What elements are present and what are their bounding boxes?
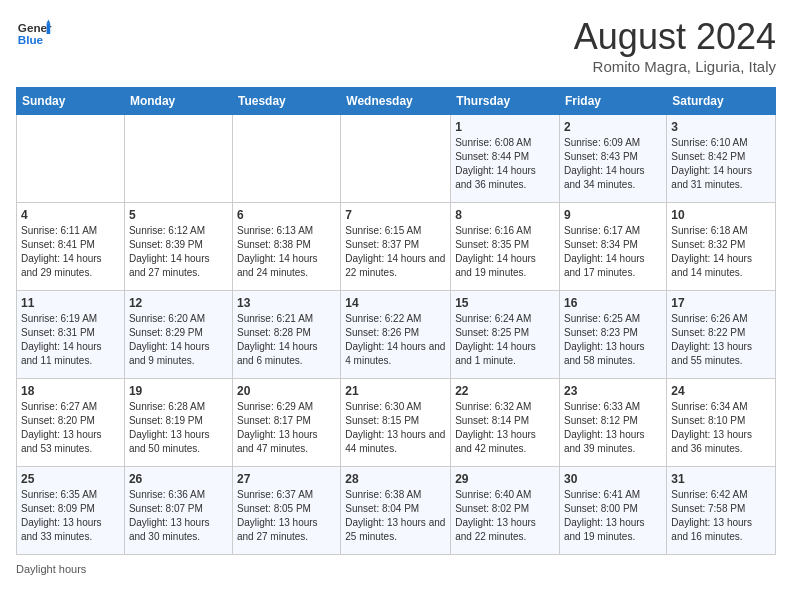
cell-text: Sunrise: 6:08 AM Sunset: 8:44 PM Dayligh… xyxy=(455,136,555,192)
day-number: 30 xyxy=(564,472,662,486)
day-number: 1 xyxy=(455,120,555,134)
cell-text: Sunrise: 6:15 AM Sunset: 8:37 PM Dayligh… xyxy=(345,224,446,280)
calendar-week-row: 25Sunrise: 6:35 AM Sunset: 8:09 PM Dayli… xyxy=(17,467,776,555)
day-number: 13 xyxy=(237,296,336,310)
cell-text: Sunrise: 6:42 AM Sunset: 7:58 PM Dayligh… xyxy=(671,488,771,544)
calendar-cell xyxy=(341,115,451,203)
day-number: 12 xyxy=(129,296,228,310)
cell-text: Sunrise: 6:27 AM Sunset: 8:20 PM Dayligh… xyxy=(21,400,120,456)
cell-text: Sunrise: 6:35 AM Sunset: 8:09 PM Dayligh… xyxy=(21,488,120,544)
calendar-week-row: 4Sunrise: 6:11 AM Sunset: 8:41 PM Daylig… xyxy=(17,203,776,291)
cell-text: Sunrise: 6:18 AM Sunset: 8:32 PM Dayligh… xyxy=(671,224,771,280)
cell-text: Sunrise: 6:38 AM Sunset: 8:04 PM Dayligh… xyxy=(345,488,446,544)
page-header: General Blue August 2024 Romito Magra, L… xyxy=(16,16,776,75)
day-number: 23 xyxy=(564,384,662,398)
column-header-friday: Friday xyxy=(560,88,667,115)
cell-text: Sunrise: 6:21 AM Sunset: 8:28 PM Dayligh… xyxy=(237,312,336,368)
calendar-cell: 19Sunrise: 6:28 AM Sunset: 8:19 PM Dayli… xyxy=(124,379,232,467)
cell-text: Sunrise: 6:28 AM Sunset: 8:19 PM Dayligh… xyxy=(129,400,228,456)
cell-text: Sunrise: 6:33 AM Sunset: 8:12 PM Dayligh… xyxy=(564,400,662,456)
cell-text: Sunrise: 6:24 AM Sunset: 8:25 PM Dayligh… xyxy=(455,312,555,368)
cell-text: Sunrise: 6:26 AM Sunset: 8:22 PM Dayligh… xyxy=(671,312,771,368)
day-number: 22 xyxy=(455,384,555,398)
column-header-tuesday: Tuesday xyxy=(232,88,340,115)
calendar-cell: 21Sunrise: 6:30 AM Sunset: 8:15 PM Dayli… xyxy=(341,379,451,467)
calendar-cell: 10Sunrise: 6:18 AM Sunset: 8:32 PM Dayli… xyxy=(667,203,776,291)
calendar-cell: 7Sunrise: 6:15 AM Sunset: 8:37 PM Daylig… xyxy=(341,203,451,291)
day-number: 11 xyxy=(21,296,120,310)
column-header-thursday: Thursday xyxy=(451,88,560,115)
column-header-monday: Monday xyxy=(124,88,232,115)
calendar-cell: 26Sunrise: 6:36 AM Sunset: 8:07 PM Dayli… xyxy=(124,467,232,555)
cell-text: Sunrise: 6:11 AM Sunset: 8:41 PM Dayligh… xyxy=(21,224,120,280)
calendar-header-row: SundayMondayTuesdayWednesdayThursdayFrid… xyxy=(17,88,776,115)
day-number: 3 xyxy=(671,120,771,134)
day-number: 9 xyxy=(564,208,662,222)
location: Romito Magra, Liguria, Italy xyxy=(574,58,776,75)
day-number: 24 xyxy=(671,384,771,398)
calendar-cell: 14Sunrise: 6:22 AM Sunset: 8:26 PM Dayli… xyxy=(341,291,451,379)
day-number: 17 xyxy=(671,296,771,310)
day-number: 31 xyxy=(671,472,771,486)
cell-text: Sunrise: 6:36 AM Sunset: 8:07 PM Dayligh… xyxy=(129,488,228,544)
calendar-cell: 18Sunrise: 6:27 AM Sunset: 8:20 PM Dayli… xyxy=(17,379,125,467)
calendar-cell: 30Sunrise: 6:41 AM Sunset: 8:00 PM Dayli… xyxy=(560,467,667,555)
cell-text: Sunrise: 6:41 AM Sunset: 8:00 PM Dayligh… xyxy=(564,488,662,544)
cell-text: Sunrise: 6:30 AM Sunset: 8:15 PM Dayligh… xyxy=(345,400,446,456)
calendar-cell: 4Sunrise: 6:11 AM Sunset: 8:41 PM Daylig… xyxy=(17,203,125,291)
day-number: 16 xyxy=(564,296,662,310)
day-number: 10 xyxy=(671,208,771,222)
day-number: 4 xyxy=(21,208,120,222)
cell-text: Sunrise: 6:09 AM Sunset: 8:43 PM Dayligh… xyxy=(564,136,662,192)
calendar-cell xyxy=(124,115,232,203)
cell-text: Sunrise: 6:32 AM Sunset: 8:14 PM Dayligh… xyxy=(455,400,555,456)
day-number: 5 xyxy=(129,208,228,222)
cell-text: Sunrise: 6:20 AM Sunset: 8:29 PM Dayligh… xyxy=(129,312,228,368)
calendar-cell: 29Sunrise: 6:40 AM Sunset: 8:02 PM Dayli… xyxy=(451,467,560,555)
day-number: 15 xyxy=(455,296,555,310)
calendar-cell xyxy=(17,115,125,203)
day-number: 25 xyxy=(21,472,120,486)
calendar-cell: 1Sunrise: 6:08 AM Sunset: 8:44 PM Daylig… xyxy=(451,115,560,203)
cell-text: Sunrise: 6:22 AM Sunset: 8:26 PM Dayligh… xyxy=(345,312,446,368)
day-number: 21 xyxy=(345,384,446,398)
day-number: 28 xyxy=(345,472,446,486)
calendar-table: SundayMondayTuesdayWednesdayThursdayFrid… xyxy=(16,87,776,555)
column-header-saturday: Saturday xyxy=(667,88,776,115)
cell-text: Sunrise: 6:37 AM Sunset: 8:05 PM Dayligh… xyxy=(237,488,336,544)
day-number: 26 xyxy=(129,472,228,486)
calendar-cell: 28Sunrise: 6:38 AM Sunset: 8:04 PM Dayli… xyxy=(341,467,451,555)
day-number: 29 xyxy=(455,472,555,486)
calendar-week-row: 1Sunrise: 6:08 AM Sunset: 8:44 PM Daylig… xyxy=(17,115,776,203)
svg-marker-2 xyxy=(47,23,51,34)
column-header-sunday: Sunday xyxy=(17,88,125,115)
calendar-cell: 12Sunrise: 6:20 AM Sunset: 8:29 PM Dayli… xyxy=(124,291,232,379)
cell-text: Sunrise: 6:17 AM Sunset: 8:34 PM Dayligh… xyxy=(564,224,662,280)
calendar-cell: 8Sunrise: 6:16 AM Sunset: 8:35 PM Daylig… xyxy=(451,203,560,291)
footer: Daylight hours xyxy=(16,563,776,575)
calendar-cell: 5Sunrise: 6:12 AM Sunset: 8:39 PM Daylig… xyxy=(124,203,232,291)
cell-text: Sunrise: 6:34 AM Sunset: 8:10 PM Dayligh… xyxy=(671,400,771,456)
calendar-cell: 9Sunrise: 6:17 AM Sunset: 8:34 PM Daylig… xyxy=(560,203,667,291)
calendar-cell: 25Sunrise: 6:35 AM Sunset: 8:09 PM Dayli… xyxy=(17,467,125,555)
title-block: August 2024 Romito Magra, Liguria, Italy xyxy=(574,16,776,75)
calendar-cell xyxy=(232,115,340,203)
cell-text: Sunrise: 6:40 AM Sunset: 8:02 PM Dayligh… xyxy=(455,488,555,544)
cell-text: Sunrise: 6:12 AM Sunset: 8:39 PM Dayligh… xyxy=(129,224,228,280)
cell-text: Sunrise: 6:10 AM Sunset: 8:42 PM Dayligh… xyxy=(671,136,771,192)
cell-text: Sunrise: 6:25 AM Sunset: 8:23 PM Dayligh… xyxy=(564,312,662,368)
calendar-cell: 6Sunrise: 6:13 AM Sunset: 8:38 PM Daylig… xyxy=(232,203,340,291)
calendar-cell: 13Sunrise: 6:21 AM Sunset: 8:28 PM Dayli… xyxy=(232,291,340,379)
calendar-cell: 22Sunrise: 6:32 AM Sunset: 8:14 PM Dayli… xyxy=(451,379,560,467)
day-number: 19 xyxy=(129,384,228,398)
cell-text: Sunrise: 6:13 AM Sunset: 8:38 PM Dayligh… xyxy=(237,224,336,280)
day-number: 2 xyxy=(564,120,662,134)
svg-text:Blue: Blue xyxy=(18,33,44,46)
calendar-cell: 16Sunrise: 6:25 AM Sunset: 8:23 PM Dayli… xyxy=(560,291,667,379)
logo: General Blue xyxy=(16,16,52,52)
logo-icon: General Blue xyxy=(16,16,52,52)
day-number: 14 xyxy=(345,296,446,310)
cell-text: Sunrise: 6:19 AM Sunset: 8:31 PM Dayligh… xyxy=(21,312,120,368)
calendar-cell: 15Sunrise: 6:24 AM Sunset: 8:25 PM Dayli… xyxy=(451,291,560,379)
day-number: 6 xyxy=(237,208,336,222)
